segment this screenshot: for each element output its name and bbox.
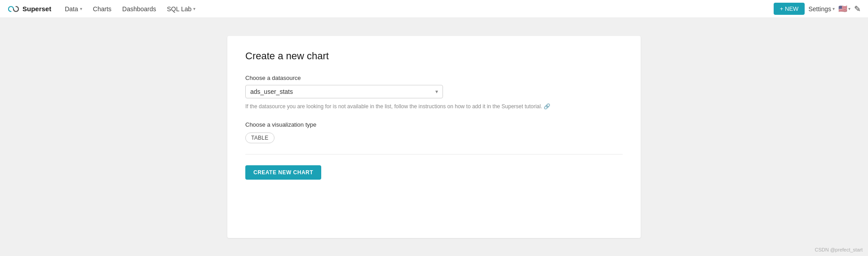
viz-type-label: Choose a visualization type [245, 121, 623, 128]
create-chart-card: Create a new chart Choose a datasource a… [227, 36, 641, 238]
nav-items: Data ▾ Charts Dashboards SQL Lab ▾ [60, 0, 774, 18]
chevron-down-icon-lang: ▾ [848, 6, 850, 11]
flag-icon: 🇺🇸 [838, 4, 847, 13]
nav-item-data[interactable]: Data ▾ [60, 0, 87, 18]
page-title: Create a new chart [245, 50, 623, 62]
datasource-value: ads_user_stats [250, 88, 293, 95]
main-content: Create a new chart Choose a datasource a… [0, 18, 868, 256]
user-icon[interactable]: ✎ [854, 4, 861, 14]
create-chart-button[interactable]: CREATE NEW CHART [245, 165, 321, 180]
external-link-icon[interactable]: 🔗 [544, 103, 550, 110]
navbar: Superset Data ▾ Charts Dashboards SQL La… [0, 0, 868, 18]
new-button[interactable]: + NEW [774, 3, 805, 15]
nav-item-sqllab[interactable]: SQL Lab ▾ [163, 0, 200, 18]
watermark: CSDN @prefect_start [815, 247, 863, 252]
navbar-right: + NEW Settings ▾ 🇺🇸 ▾ ✎ [774, 3, 861, 15]
chevron-down-icon: ▾ [80, 6, 82, 11]
language-selector[interactable]: 🇺🇸 ▾ [838, 4, 850, 13]
datasource-hint: If the datasource you are looking for is… [245, 103, 551, 110]
nav-item-charts[interactable]: Charts [89, 0, 116, 18]
settings-menu[interactable]: Settings ▾ [808, 5, 835, 13]
datasource-label: Choose a datasource [245, 75, 623, 81]
divider [245, 154, 623, 154]
brand-logo [7, 5, 20, 13]
nav-item-dashboards[interactable]: Dashboards [118, 0, 161, 18]
brand[interactable]: Superset [7, 5, 51, 13]
select-arrow-icon: ▾ [435, 88, 438, 95]
brand-name: Superset [22, 5, 51, 13]
viz-type-badge[interactable]: TABLE [245, 132, 275, 143]
chevron-down-icon-sqllab: ▾ [193, 6, 195, 11]
datasource-select[interactable]: ads_user_stats ▾ [245, 85, 443, 98]
chevron-down-icon-settings: ▾ [833, 6, 835, 11]
